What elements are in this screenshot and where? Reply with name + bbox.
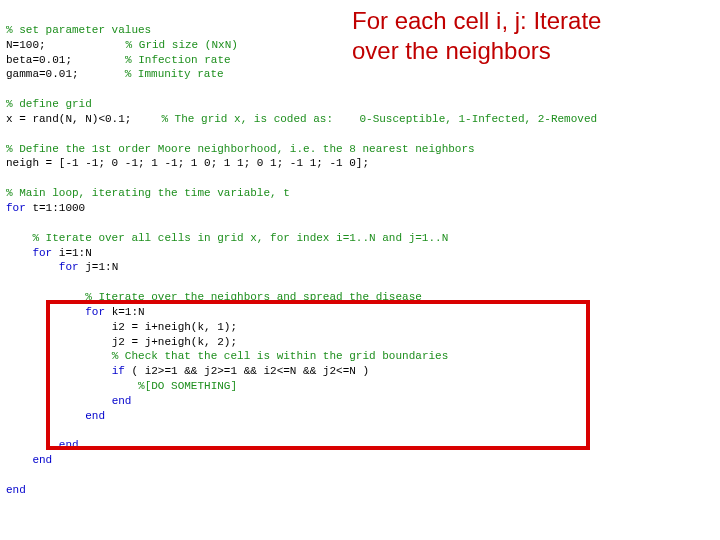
code-comment: %[DO SOMETHING]	[138, 380, 237, 392]
code-comment: % The grid x, is coded as: 0-Susceptible…	[161, 113, 597, 125]
code-comment: % Immunity rate	[125, 68, 224, 80]
code-keyword: for	[6, 202, 26, 214]
code-comment: % Define the 1st order Moore neighborhoo…	[6, 143, 475, 155]
code-comment: % define grid	[6, 98, 92, 110]
code-keyword: end	[85, 410, 105, 422]
code-text: neigh = [-1 -1; 0 -1; 1 -1; 1 0; 1 1; 0 …	[6, 157, 369, 169]
code-text: gamma=0.01;	[6, 68, 79, 80]
code-comment: % Infection rate	[125, 54, 231, 66]
code-block: % set parameter values N=100;% Grid size…	[6, 8, 710, 513]
code-text: k=1:N	[105, 306, 145, 318]
code-keyword: if	[112, 365, 125, 377]
code-comment: % Iterate over all cells in grid x, for …	[32, 232, 448, 244]
code-text: x = rand(N, N)<0.1;	[6, 113, 131, 125]
code-keyword: end	[112, 395, 132, 407]
code-keyword: end	[59, 439, 79, 451]
code-text: t=1:1000	[26, 202, 85, 214]
code-comment: % set parameter values	[6, 24, 151, 36]
code-text: j2 = j+neigh(k, 2);	[112, 336, 237, 348]
code-keyword: end	[6, 484, 26, 496]
code-text: N=100;	[6, 39, 46, 51]
code-keyword: for	[59, 261, 79, 273]
code-comment: % Main loop, iterating the time variable…	[6, 187, 290, 199]
code-text: j=1:N	[79, 261, 119, 273]
code-keyword: end	[32, 454, 52, 466]
code-keyword: for	[85, 306, 105, 318]
code-comment: % Grid size (NxN)	[126, 39, 238, 51]
code-text: i2 = i+neigh(k, 1);	[112, 321, 237, 333]
code-text: beta=0.01;	[6, 54, 72, 66]
code-text: ( i2>=1 && j2>=1 && i2<=N && j2<=N )	[125, 365, 369, 377]
code-comment: % Check that the cell is within the grid…	[112, 350, 449, 362]
code-keyword: for	[32, 247, 52, 259]
slide: For each cell i, j: Iterate over the nei…	[0, 0, 720, 540]
code-text: i=1:N	[52, 247, 92, 259]
code-comment: % Iterate over the neighbors and spread …	[85, 291, 422, 303]
